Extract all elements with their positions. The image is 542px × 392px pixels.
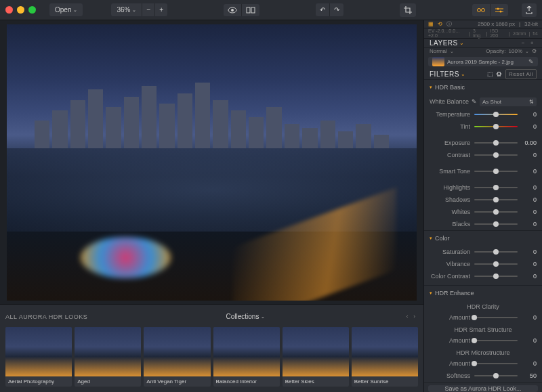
- layer-thumbnail: [432, 57, 444, 66]
- slider-track[interactable]: [474, 187, 518, 188]
- svg-point-8: [497, 7, 499, 9]
- compare-button[interactable]: [241, 4, 259, 16]
- slider-track[interactable]: [474, 126, 518, 127]
- svg-rect-3: [251, 7, 255, 13]
- slider-track[interactable]: [474, 340, 518, 341]
- zoom-in-button[interactable]: +: [154, 3, 167, 16]
- looks-next-button[interactable]: ›: [411, 312, 418, 321]
- slider-track[interactable]: [474, 114, 518, 115]
- slider-amount: Amount 0: [424, 334, 542, 347]
- zoom-out-button[interactable]: −: [142, 3, 154, 16]
- filters-header[interactable]: FILTERS⌄ ⬚ ⚙ Reset All: [424, 69, 542, 80]
- settings-icon[interactable]: ⚙: [496, 70, 503, 78]
- slider-track[interactable]: [474, 171, 518, 172]
- toolbar: Open ⌄ 36% ⌄ − + ↶ ↷: [0, 0, 542, 20]
- window-close-button[interactable]: [5, 6, 13, 14]
- looks-panel-button[interactable]: [472, 4, 490, 16]
- info-icon[interactable]: ⓘ: [446, 20, 452, 28]
- slider-contrast: Contrast 0: [424, 149, 542, 161]
- looks-prev-button[interactable]: ‹: [404, 312, 411, 321]
- zoom-level[interactable]: 36% ⌄: [111, 3, 142, 16]
- svg-point-4: [477, 8, 480, 12]
- slider-track[interactable]: [474, 142, 518, 144]
- eyedropper-icon[interactable]: ✎: [472, 98, 477, 105]
- slider-track[interactable]: [474, 154, 518, 156]
- reset-all-button[interactable]: Reset All: [505, 69, 537, 79]
- window-zoom-button[interactable]: [28, 6, 36, 14]
- transform-icon[interactable]: ⬚: [487, 71, 494, 78]
- layer-add-button[interactable]: +: [528, 39, 537, 47]
- slider-exposure: Exposure 0.00: [424, 137, 542, 149]
- slider-track[interactable]: [474, 211, 518, 213]
- slider-smart-tone: Smart Tone 0: [424, 165, 542, 177]
- zoom-group: 36% ⌄ − +: [111, 3, 167, 16]
- collections-dropdown[interactable]: Collections ⌄: [220, 310, 270, 323]
- look-preset[interactable]: Aerial Photography: [5, 327, 72, 387]
- export-button[interactable]: [522, 3, 537, 17]
- look-preset[interactable]: Aged: [75, 327, 141, 387]
- layer-item[interactable]: Aurora 2019 Sample - 2.jpg ✎: [428, 57, 538, 66]
- filters-panel-button[interactable]: [490, 4, 508, 16]
- brackets-icon[interactable]: ⟲: [438, 21, 442, 27]
- slider-blacks: Blacks 0: [424, 218, 542, 230]
- white-balance-select[interactable]: As Shot⇅: [480, 97, 537, 106]
- color-group: ▾Color Saturation 0 Vibrance 0 Color Con…: [424, 231, 542, 286]
- slider-track[interactable]: [474, 263, 518, 265]
- looks-panel: ALL AURORA HDR LOOKS Collections ⌄ ‹ › A…: [0, 304, 423, 392]
- gear-icon[interactable]: ⚙: [532, 48, 537, 54]
- look-preset[interactable]: Anti Vegan Tiger: [144, 327, 210, 387]
- slider-vibrance: Vibrance 0: [424, 258, 542, 270]
- crop-button[interactable]: [400, 3, 416, 17]
- image-viewport[interactable]: [0, 20, 423, 304]
- slider-whites: Whites 0: [424, 206, 542, 218]
- slider-highlights: Highlights 0: [424, 181, 542, 194]
- slider-track[interactable]: [474, 251, 518, 253]
- photo-preview: [7, 24, 417, 301]
- blend-mode[interactable]: Normal: [430, 48, 447, 54]
- look-preset[interactable]: Better Sunrise: [352, 327, 418, 387]
- slider-track[interactable]: [474, 317, 518, 318]
- slider-amount: Amount 0: [424, 311, 542, 324]
- slider-track[interactable]: [474, 276, 518, 277]
- layer-name: Aurora 2019 Sample - 2.jpg: [447, 59, 526, 65]
- redo-button[interactable]: ↷: [329, 3, 343, 16]
- slider-track[interactable]: [474, 199, 518, 200]
- svg-point-1: [231, 9, 234, 12]
- looks-title: ALL AURORA HDR LOOKS: [5, 313, 87, 320]
- slider-softness: Softness 50: [424, 370, 542, 382]
- layer-remove-button[interactable]: −: [519, 39, 528, 47]
- look-preset[interactable]: Better Skies: [283, 327, 349, 387]
- preview-button[interactable]: [224, 4, 241, 16]
- color-header[interactable]: ▾Color: [424, 231, 542, 246]
- slider-temperature: Temperature 0: [424, 108, 542, 121]
- undo-button[interactable]: ↶: [316, 3, 329, 16]
- open-button[interactable]: Open ⌄: [49, 3, 83, 16]
- window-minimize-button[interactable]: [17, 6, 24, 14]
- save-look-button[interactable]: Save as Aurora HDR Look...: [428, 385, 538, 392]
- svg-point-9: [499, 10, 501, 12]
- slider-tint: Tint 0: [424, 121, 542, 133]
- look-preset[interactable]: Balanced Interior: [213, 327, 280, 387]
- opacity-value[interactable]: 100%: [509, 48, 522, 54]
- bit-depth: 32-bit: [524, 21, 538, 27]
- hdr-basic-group: ▾HDR Basic White Balance ✎ As Shot⇅ Temp…: [424, 80, 542, 231]
- slider-shadows: Shadows 0: [424, 194, 542, 206]
- slider-saturation: Saturation 0: [424, 246, 542, 258]
- slider-color-contrast: Color Contrast 0: [424, 270, 542, 282]
- slider-track[interactable]: [474, 363, 518, 364]
- svg-rect-2: [247, 7, 250, 13]
- sidebar: ▦ ⟲ ⓘ 2500 x 1668 px | 32-bit EV -2.0…0.…: [423, 20, 542, 392]
- layers-header[interactable]: LAYERS⌄ − +: [424, 39, 542, 48]
- hdr-basic-header[interactable]: ▾HDR Basic: [424, 80, 542, 95]
- histogram-icon[interactable]: ▦: [428, 21, 434, 27]
- hdr-enhance-header[interactable]: ▾HDR Enhance: [424, 286, 542, 301]
- brush-icon[interactable]: ✎: [528, 58, 534, 65]
- slider-amount: Amount 0: [424, 357, 542, 370]
- image-dims: 2500 x 1668 px: [478, 21, 515, 27]
- svg-point-5: [481, 8, 484, 12]
- hdr-enhance-group: ▾HDR Enhance HDR Clarity Amount 0 HDR Sm…: [424, 286, 542, 383]
- slider-track[interactable]: [474, 375, 518, 376]
- slider-track[interactable]: [474, 223, 518, 225]
